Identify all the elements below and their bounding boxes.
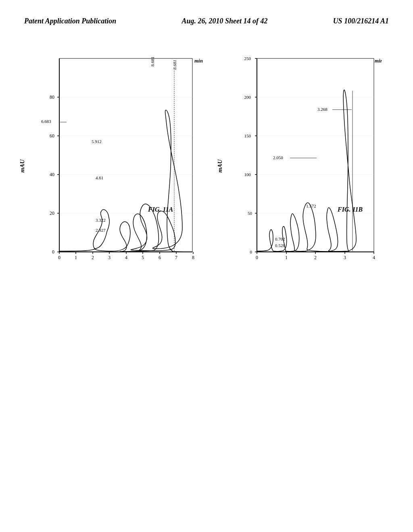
svg-text:2: 2 [314,255,317,260]
svg-text:150: 150 [244,133,251,138]
svg-text:0: 0 [52,249,54,255]
chart-a-svg: 0 20 40 60 80 [31,50,204,280]
svg-text:250: 250 [244,56,251,61]
svg-text:5: 5 [142,255,144,260]
patent-number: US 100/216214 A1 [333,16,389,26]
svg-text:1.572: 1.572 [306,204,316,208]
svg-text:2.050: 2.050 [273,155,283,160]
svg-text:80: 80 [50,94,54,100]
page-header: Patent Application Publication Aug. 26, … [0,0,413,34]
svg-text:1: 1 [75,255,77,260]
svg-text:3: 3 [344,255,346,260]
svg-text:5.912: 5.912 [92,139,102,144]
svg-text:0: 0 [58,255,60,260]
svg-text:0.702: 0.702 [275,237,285,241]
svg-text:60: 60 [50,133,54,139]
svg-text:7: 7 [175,255,177,260]
sheet-info: Aug. 26, 2010 Sheet 14 of 42 [181,16,267,26]
svg-text:8: 8 [192,255,194,260]
svg-text:FIG. 11A: FIG. 11A [148,206,173,213]
svg-text:FIG. 11B: FIG. 11B [337,206,363,213]
svg-text:20: 20 [50,210,54,216]
svg-text:min: min [194,58,203,64]
svg-text:200: 200 [244,95,251,100]
page: Patent Application Publication Aug. 26, … [0,0,413,532]
svg-text:1: 1 [285,255,288,260]
svg-text:0: 0 [250,249,252,254]
chart-a-y-label: mAU [19,160,26,173]
publication-label: Patent Application Publication [24,16,116,26]
svg-text:3: 3 [108,255,111,260]
svg-text:min: min [375,58,382,64]
chart-a: mAU 0 20 40 60 [31,50,204,282]
chart-b-y-label: mAU [217,160,223,173]
svg-text:50: 50 [248,211,252,216]
svg-text:2.927: 2.927 [96,228,106,233]
svg-text:100: 100 [244,172,251,177]
svg-text:8.681: 8.681 [172,60,177,70]
svg-text:0: 0 [256,255,258,260]
svg-text:6.683: 6.683 [41,119,51,124]
chart-b-svg: 0 50 100 150 200 250 [229,50,382,280]
svg-text:4: 4 [125,255,127,260]
svg-text:40: 40 [50,172,54,177]
svg-text:0.528: 0.528 [275,243,285,248]
chart-b: mAU 0 50 100 150 [229,50,382,282]
svg-text:4: 4 [373,255,375,260]
svg-text:3.268: 3.268 [317,107,327,112]
svg-text:8.681: 8.681 [150,56,155,66]
svg-text:4.61: 4.61 [96,175,103,180]
svg-text:3.322: 3.322 [96,218,106,222]
svg-text:6: 6 [159,255,161,260]
svg-text:2: 2 [92,255,94,260]
